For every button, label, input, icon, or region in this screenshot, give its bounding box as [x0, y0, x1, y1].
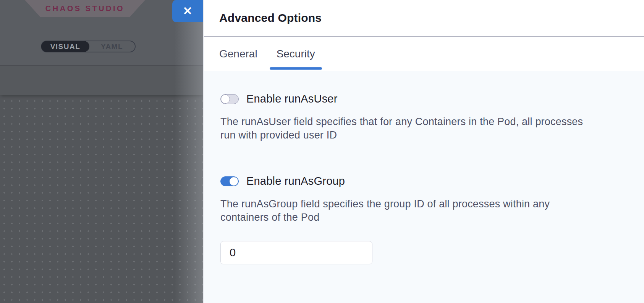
close-icon: ✕	[183, 5, 192, 17]
run-as-user-field: Enable runAsUser The runAsUser field spe…	[220, 93, 629, 142]
toggle-knob	[221, 94, 230, 104]
advanced-options-drawer: ✕ Advanced Options General Security Enab…	[203, 0, 644, 303]
security-tab-panel: Enable runAsUser The runAsUser field spe…	[204, 71, 644, 303]
run-as-user-toggle-row: Enable runAsUser	[220, 93, 629, 105]
tab-general[interactable]: General	[219, 37, 257, 71]
drawer-title: Advanced Options	[219, 11, 322, 24]
app-root: CHAOS STUDIO VISUAL YAML ✕ Advanced Opti…	[0, 0, 644, 303]
close-drawer-button[interactable]: ✕	[172, 0, 203, 22]
run-as-group-label: Enable runAsGroup	[246, 175, 345, 187]
tab-security[interactable]: Security	[277, 37, 315, 71]
run-as-group-value-input[interactable]	[220, 241, 372, 264]
run-as-group-description: The runAsGroup field specifies the group…	[220, 197, 629, 224]
toggle-knob	[229, 177, 238, 186]
drawer-tabs: General Security	[204, 37, 644, 71]
run-as-user-label: Enable runAsUser	[246, 93, 338, 105]
run-as-group-toggle[interactable]	[220, 176, 239, 186]
run-as-user-description: The runAsUser field specifies that for a…	[220, 115, 629, 142]
run-as-user-toggle[interactable]	[220, 94, 239, 104]
run-as-group-toggle-row: Enable runAsGroup	[220, 175, 629, 187]
chaos-studio-canvas: CHAOS STUDIO VISUAL YAML	[0, 0, 203, 303]
modal-overlay-scrim[interactable]	[0, 0, 203, 303]
drawer-header: Advanced Options	[204, 0, 644, 37]
run-as-group-field: Enable runAsGroup The runAsGroup field s…	[220, 175, 629, 264]
